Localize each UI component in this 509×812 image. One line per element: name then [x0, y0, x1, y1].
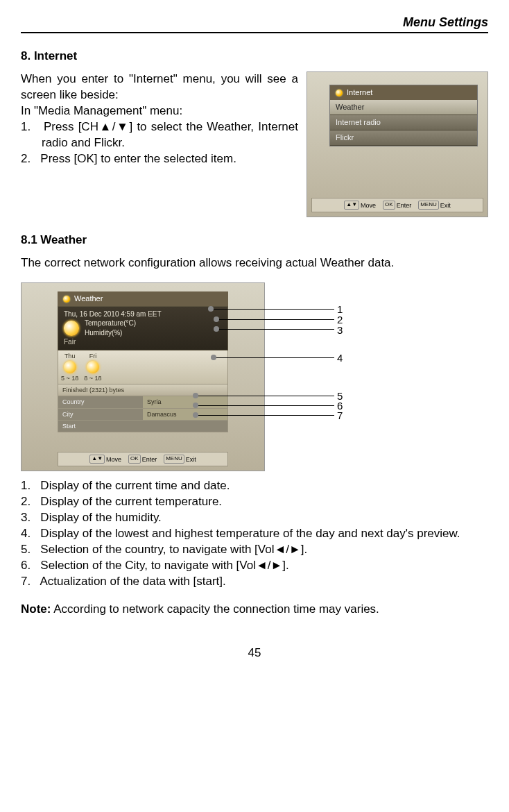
callout-line-3: [216, 329, 334, 330]
menu-item-flickr: Flickr: [330, 130, 477, 146]
shot1-bottombar: ▲▼Move OKEnter MENUExit: [311, 198, 483, 212]
note: Note: According to network capacity the …: [21, 602, 488, 618]
hint-enter: OKEnter: [383, 201, 411, 210]
sun-icon: [64, 321, 79, 336]
legend-item-1: 1. Display of the current time and date.: [21, 478, 488, 494]
section-8-1-title: 8.1 Weather: [21, 232, 488, 248]
hint-move: ▲▼Move: [89, 455, 121, 464]
note-text: According to network capacity the connec…: [51, 602, 379, 616]
row-city: City Damascus: [58, 409, 228, 421]
page-number: 45: [21, 645, 488, 661]
hint-move: ▲▼Move: [344, 201, 376, 210]
weather-status: Finished! (2321) bytes: [58, 384, 228, 396]
legend-item-6: 6. Selection of the City, to navigate wi…: [21, 558, 488, 574]
screenshot-weather: Weather Thu, 16 Dec 2010 4:59 am EET Tem…: [21, 282, 265, 471]
callout-line-6: [196, 405, 334, 406]
page-header: Menu Settings: [21, 14, 488, 33]
weather-condition: Fair: [64, 337, 222, 347]
legend-item-5: 5. Selection of the country, to navigate…: [21, 542, 488, 558]
section-8-intro1: When you enter to "Internet" menu, you w…: [21, 71, 298, 103]
forecast-day-1: Thu 5 ~ 18: [61, 352, 78, 382]
weather-hum-label: Humidity(%): [85, 328, 222, 338]
legend-item-4: 4. Display of the lowest and highest tem…: [21, 526, 488, 542]
legend-item-3: 3. Display of the humidity.: [21, 510, 488, 526]
shot1-titlebar: Internet: [330, 85, 477, 100]
shot2-bottombar: ▲▼Move OKEnter MENUExit: [58, 452, 228, 466]
callout-num-4: 4: [337, 351, 343, 365]
screenshot-internet-menu: Internet Weather Internet radio Flickr ▲…: [307, 71, 488, 217]
app-icon: [336, 90, 343, 96]
callout-line-5: [196, 396, 334, 396]
weather-summary: Thu, 16 Dec 2010 4:59 am EET Temperature…: [58, 306, 228, 350]
section-8-intro2: In "Media Management" menu:: [21, 103, 298, 119]
callout-num-3: 3: [337, 323, 343, 337]
callouts: 1 2 3 4 5 6 7: [265, 282, 348, 470]
shot2-titlebar: Weather: [58, 291, 228, 306]
callout-line-2: [216, 319, 334, 320]
hint-exit: MENUExit: [164, 455, 196, 464]
legend-list: 1. Display of the current time and date.…: [21, 478, 488, 590]
hint-enter: OKEnter: [128, 455, 157, 464]
section-8-step-2: 2. Press [OK] to enter the selected item…: [21, 151, 298, 167]
shot2-title: Weather: [74, 294, 103, 304]
menu-item-weather: Weather: [330, 100, 477, 115]
callout-num-7: 7: [337, 409, 343, 423]
weather-forecast: Thu 5 ~ 18 Fri 8 ~ 18: [58, 350, 228, 384]
shot1-title: Internet: [347, 87, 372, 98]
header-title: Menu Settings: [403, 14, 488, 31]
weather-icon: [63, 296, 70, 303]
forecast-day-2: Fri 8 ~ 18: [84, 352, 101, 382]
menu-item-internet-radio: Internet radio: [330, 115, 477, 130]
legend-item-7: 7. Actualization of the data with [start…: [21, 574, 488, 590]
callout-line-4: [214, 357, 334, 358]
row-start: Start: [58, 421, 228, 432]
section-8-title: 8. Internet: [21, 49, 488, 65]
callout-line-1: [211, 309, 334, 310]
sun-icon: [87, 361, 99, 373]
row-country: Country Syria: [58, 396, 228, 408]
weather-temp-label: Temperature(°C): [85, 319, 222, 328]
sun-icon: [64, 361, 76, 373]
weather-datetime: Thu, 16 Dec 2010 4:59 am EET: [64, 310, 222, 319]
section-8-1-intro: The correct network configuration allows…: [21, 255, 488, 271]
legend-item-2: 2. Display of the current temperature.: [21, 494, 488, 510]
note-label: Note:: [21, 602, 51, 616]
callout-line-7: [196, 415, 334, 416]
hint-exit: MENUExit: [418, 201, 451, 210]
section-8-step-1: 1. Press [CH▲/▼] to select the Weather, …: [21, 119, 298, 151]
